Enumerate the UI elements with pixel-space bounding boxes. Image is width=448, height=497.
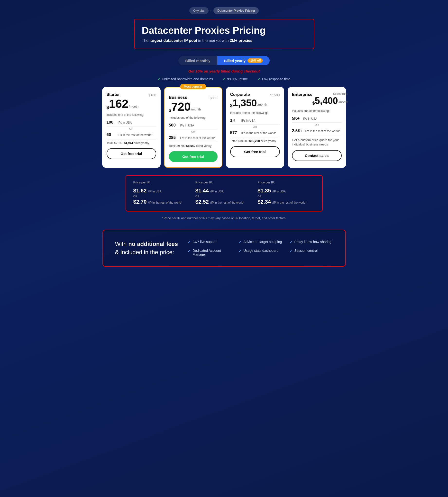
feature-response-label: Low response time [262, 77, 291, 81]
plan-enterprise-ip1-desc: IPs in USA [303, 117, 317, 120]
bottom-intro: With no additional fees & included in th… [115, 240, 178, 256]
plan-enterprise-ip2-desc: IPs in the rest of the world* [305, 129, 340, 133]
plan-enterprise-price: 5,400 [315, 96, 338, 105]
plan-enterprise-name: Enterprise [292, 92, 312, 97]
footnote: * Price per IP and number of IPs may var… [5, 216, 443, 220]
plan-corporate-total-suffix: billed yearly [261, 140, 276, 143]
plan-corporate-ip2-count: 577 [230, 130, 240, 135]
plan-starter-price-row: $ 162 /month [107, 98, 156, 110]
bottom-feature-advice-label: Advice on target scraping [243, 240, 282, 244]
pip-starter-world-row: $2.70 /IP in the rest of the world* [133, 199, 186, 205]
check-icon-advice: ✓ [239, 240, 241, 244]
bottom-features-section: With no additional fees & included in th… [102, 230, 346, 267]
plan-starter-price: 162 [109, 98, 128, 110]
plan-corporate-ip1-desc: IPs in USA [241, 119, 256, 122]
plan-starter-trial-button[interactable]: Get free trial [107, 148, 156, 159]
feature-response: ✓ Low response time [258, 77, 291, 81]
plan-corporate-total-old: $18,000 [238, 140, 248, 143]
discount-badge: -10% off [247, 58, 263, 63]
page-header: Datacenter Proxies Pricing The largest d… [134, 19, 314, 49]
pip-business-world-row: $2.52 /IP in the rest of the world* [195, 199, 248, 205]
plan-corporate-total: Total: $18,000 $16,200 billed yearly [230, 140, 280, 143]
plan-business-total: Total: $9,600 $8,640 billed yearly [169, 144, 218, 148]
bottom-feature-proxy-knowledge: ✓ Proxy know-how sharing [289, 240, 333, 244]
plan-starter-ip1-count: 100 [107, 120, 116, 125]
plan-business-total-new: $8,640 [186, 144, 195, 148]
price-per-ip-section: Price per IP: $1.62 /IP in USA OR $2.70 … [126, 175, 323, 211]
plan-business-ip2: 285 IPs in the rest of the world* [169, 134, 218, 142]
pip-corporate-label: Price per IP: [257, 181, 310, 184]
pip-starter-usa-price: $1.62 [133, 187, 147, 194]
billing-monthly-button[interactable]: Billed monthly [178, 56, 217, 65]
pip-business-or: OR [195, 195, 248, 198]
plan-business-price: 720 [171, 101, 191, 113]
pip-starter-usa-row: $1.62 /IP in USA [133, 187, 186, 194]
plan-business-ip2-desc: IPs in the rest of the world* [180, 136, 215, 140]
yearly-note: Get 10% on yearly billed during checkout [5, 69, 443, 73]
plan-starter-name: Starter [107, 92, 120, 97]
pip-corporate-world-row: $2.34 /IP in the rest of the world* [257, 199, 310, 205]
plan-starter-or: OR [107, 126, 156, 131]
pip-corporate-usa-desc: /IP in USA [272, 190, 286, 193]
plan-enterprise-price-row: $ 5,400 /month [312, 96, 348, 105]
plan-business-per-month: /month [191, 108, 201, 111]
pip-corporate-world-desc: /IP in the rest of the world* [272, 201, 307, 204]
pip-starter-or: OR [133, 195, 186, 198]
check-icon-usage-stats: ✓ [239, 249, 241, 253]
bottom-feature-support-label: 24/7 live support [192, 240, 218, 244]
plan-corporate-or: OR [230, 124, 280, 129]
feature-bandwidth: ✓ Unlimited bandwidth and domains [158, 77, 213, 81]
bottom-feature-account-manager: ✓ Dedicated Account Manager [188, 248, 231, 256]
plan-corporate-price-row: $ 1,350 /month [230, 98, 280, 108]
plan-starter-total: Total: $2,160 $1,944 billed yearly [107, 141, 156, 145]
breadcrumb-oxylabs[interactable]: Oxylabs [189, 7, 208, 14]
page-title: Datacenter Proxies Pricing [142, 25, 306, 36]
plan-business-trial-button[interactable]: Get free trial [169, 151, 218, 162]
plan-business-includes: Includes one of the following: [169, 116, 218, 119]
plan-corporate-ip1: 1K IPs in USA [230, 117, 280, 124]
plan-enterprise-per-month: /month [338, 100, 348, 104]
plan-enterprise-ip1: 5K+ IPs in USA [292, 115, 342, 123]
plan-enterprise-ip1-count: 5K+ [292, 116, 301, 121]
plan-corporate-trial-button[interactable]: Get free trial [230, 146, 280, 157]
pip-business-usa-desc: /IP in USA [210, 190, 224, 193]
check-icon-response: ✓ [258, 77, 261, 81]
plan-business-or: OR [169, 129, 218, 134]
pip-business-usa-row: $1.44 /IP in USA [195, 187, 248, 194]
pip-corporate-usa-price: $1.35 [257, 187, 271, 194]
check-icon-bandwidth: ✓ [158, 77, 160, 81]
plan-corporate-original-price: $1500 [270, 93, 280, 97]
plan-corporate-per-month: /month [257, 103, 267, 106]
check-icon-proxy-knowledge: ✓ [289, 240, 292, 244]
pip-business-usa-price: $1.44 [195, 187, 209, 194]
plan-enterprise-custom-text: Get a custom price quote for your indivi… [292, 138, 342, 147]
pip-business-label: Price per IP: [195, 181, 248, 184]
plan-corporate-ip2-desc: IPs in the rest of the world* [241, 131, 276, 135]
most-popular-badge: Most popular [180, 84, 206, 89]
plan-starter-ip1-desc: IPs in USA [118, 121, 132, 124]
plan-corporate-ip1-count: 1K [230, 118, 240, 123]
feature-bandwidth-label: Unlimited bandwidth and domains [162, 77, 213, 81]
feature-uptime: ✓ 99.9% uptime [223, 77, 248, 81]
plan-starter-original-price: $180 [148, 93, 156, 97]
plan-starter-ip1: 100 IPs in USA [107, 119, 156, 126]
plan-enterprise-contact-button[interactable]: Contact sales [292, 150, 342, 161]
feature-uptime-label: 99.9% uptime [227, 77, 248, 81]
plan-starter-per-month: /month [129, 105, 139, 108]
plan-enterprise-starts-from: Starts from: [312, 92, 348, 96]
plan-business-total-suffix: billed yearly [196, 144, 211, 148]
plan-business-price-row: $ 720 /month [169, 101, 218, 113]
bottom-feature-usage-stats-label: Usage stats dashboard [243, 248, 278, 252]
pip-starter-usa-desc: /IP in USA [148, 190, 161, 193]
plan-corporate-ip2: 577 IPs in the rest of the world* [230, 129, 280, 137]
plan-corporate-name: Corporate [230, 92, 250, 97]
plan-business-dollar: $ [169, 108, 171, 113]
billing-yearly-button[interactable]: Billed yearly -10% off [217, 56, 270, 65]
check-icon-account-manager: ✓ [188, 249, 191, 253]
plan-business-ip2-count: 285 [169, 135, 178, 140]
features-row: ✓ Unlimited bandwidth and domains ✓ 99.9… [5, 77, 443, 81]
pip-corporate-or: OR [257, 195, 310, 198]
plan-business-ip1: 500 IPs in USA [169, 121, 218, 129]
plan-starter-total-new: $1,944 [124, 141, 133, 145]
plan-enterprise-or: OR [292, 123, 342, 127]
